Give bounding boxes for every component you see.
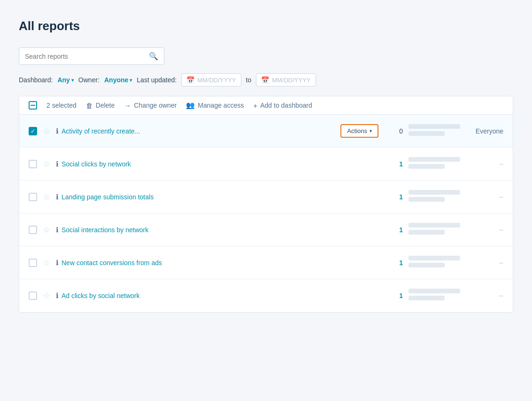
to-label: to bbox=[246, 76, 252, 84]
access-label-6: -- bbox=[466, 292, 503, 299]
row-checkbox-6[interactable] bbox=[29, 291, 37, 300]
owner-filter-value: Anyone bbox=[104, 76, 128, 84]
actions-button[interactable]: Actions ▾ bbox=[340, 124, 378, 138]
owner-chevron-icon: ▾ bbox=[130, 78, 132, 83]
dashboard-count-6: 1 bbox=[384, 292, 403, 299]
owner-avatar-3 bbox=[409, 190, 460, 204]
dashboard-count-2: 1 bbox=[384, 160, 403, 168]
info-icon-4: ℹ bbox=[56, 226, 59, 234]
access-label-5: -- bbox=[466, 259, 503, 267]
info-icon-3: ℹ bbox=[56, 193, 59, 201]
row-checkbox-5[interactable] bbox=[29, 259, 37, 267]
row-info-1: ℹ Activity of recently create... bbox=[56, 127, 335, 135]
table-row: ☆ ℹ Activity of recently create... Actio… bbox=[19, 115, 513, 148]
date-from-placeholder: MM/DD/YYYY bbox=[197, 77, 236, 84]
actions-label: Actions bbox=[347, 127, 367, 134]
actions-chevron-icon: ▾ bbox=[370, 128, 372, 134]
selected-count: 2 selected bbox=[46, 102, 77, 109]
page-title: All reports bbox=[19, 19, 513, 33]
access-label-4: -- bbox=[466, 226, 503, 234]
star-icon-3[interactable]: ☆ bbox=[43, 192, 50, 202]
date-to-placeholder: MM/DD/YYYY bbox=[272, 77, 310, 84]
dashboard-count-1: 0 bbox=[384, 127, 403, 135]
star-icon-4[interactable]: ☆ bbox=[43, 225, 50, 235]
report-name-6[interactable]: Ad clicks by social network bbox=[62, 292, 140, 299]
report-name-5[interactable]: New contact conversions from ads bbox=[62, 259, 162, 267]
search-box: 🔍 bbox=[19, 47, 164, 65]
info-icon-2: ℹ bbox=[56, 160, 59, 168]
table-row: ☆ ℹ New contact conversions from ads 1 -… bbox=[19, 246, 513, 279]
star-icon-2[interactable]: ☆ bbox=[43, 159, 50, 169]
report-name-4[interactable]: Social interactions by network bbox=[62, 226, 148, 234]
star-icon-1[interactable]: ☆ bbox=[43, 126, 50, 136]
access-label-3: -- bbox=[466, 193, 503, 201]
table-row: ☆ ℹ Social clicks by network 1 -- bbox=[19, 148, 513, 181]
owner-filter-dropdown[interactable]: Anyone ▾ bbox=[104, 76, 132, 84]
info-icon-5: ℹ bbox=[56, 259, 59, 267]
calendar-from-icon: 📅 bbox=[186, 76, 194, 84]
search-input[interactable] bbox=[25, 53, 145, 60]
star-icon-5[interactable]: ☆ bbox=[43, 258, 50, 268]
manage-access-icon: 👥 bbox=[186, 101, 195, 110]
delete-icon: 🗑 bbox=[86, 102, 93, 110]
date-to-input[interactable]: 📅 MM/DD/YYYY bbox=[256, 73, 316, 86]
date-from-input[interactable]: 📅 MM/DD/YYYY bbox=[181, 73, 241, 86]
dashboard-filter-label: Dashboard: bbox=[19, 76, 53, 84]
dashboard-filter-value: Any bbox=[57, 76, 69, 84]
report-name-3[interactable]: Landing page submission totals bbox=[62, 193, 154, 201]
info-icon-6: ℹ bbox=[56, 291, 59, 300]
table-row: ☆ ℹ Ad clicks by social network 1 -- bbox=[19, 279, 513, 312]
star-icon-6[interactable]: ☆ bbox=[43, 291, 50, 301]
bulk-action-bar: 2 selected 🗑 Delete → Change owner 👥 Man… bbox=[19, 96, 513, 115]
row-checkbox-4[interactable] bbox=[29, 226, 37, 234]
row-info-2: ℹ Social clicks by network bbox=[56, 160, 378, 168]
row-info-3: ℹ Landing page submission totals bbox=[56, 193, 378, 201]
search-icon: 🔍 bbox=[149, 52, 158, 61]
add-icon: + bbox=[253, 102, 257, 110]
delete-button[interactable]: 🗑 Delete bbox=[86, 102, 115, 110]
report-name-2[interactable]: Social clicks by network bbox=[62, 160, 131, 168]
owner-filter-label: Owner: bbox=[78, 76, 100, 84]
dashboard-chevron-icon: ▾ bbox=[71, 78, 74, 83]
dashboard-count-4: 1 bbox=[384, 226, 403, 234]
owner-avatar-5 bbox=[409, 256, 460, 270]
owner-avatar-6 bbox=[409, 289, 460, 303]
row-info-4: ℹ Social interactions by network bbox=[56, 226, 378, 234]
add-to-dashboard-button[interactable]: + Add to dashboard bbox=[253, 102, 312, 110]
row-info-5: ℹ New contact conversions from ads bbox=[56, 259, 378, 267]
row-checkbox-1[interactable] bbox=[29, 127, 37, 135]
filters-row: Dashboard: Any ▾ Owner: Anyone ▾ Last up… bbox=[19, 73, 513, 86]
owner-avatar-1 bbox=[409, 124, 460, 138]
info-icon-1: ℹ bbox=[56, 127, 59, 135]
access-label-1: Everyone bbox=[466, 127, 503, 135]
access-label-2: -- bbox=[466, 160, 503, 168]
row-checkbox-2[interactable] bbox=[29, 160, 37, 168]
row-checkbox-3[interactable] bbox=[29, 193, 37, 201]
change-owner-button[interactable]: → Change owner bbox=[124, 102, 177, 110]
table-row: ☆ ℹ Landing page submission totals 1 -- bbox=[19, 181, 513, 213]
owner-avatar-4 bbox=[409, 223, 460, 237]
last-updated-label: Last updated: bbox=[137, 76, 177, 84]
dashboard-count-5: 1 bbox=[384, 259, 403, 267]
table-row: ☆ ℹ Social interactions by network 1 -- bbox=[19, 213, 513, 246]
change-owner-icon: → bbox=[124, 102, 131, 110]
owner-avatar-2 bbox=[409, 157, 460, 171]
dashboard-count-3: 1 bbox=[384, 193, 403, 201]
manage-access-button[interactable]: 👥 Manage access bbox=[186, 101, 244, 110]
dashboard-filter-dropdown[interactable]: Any ▾ bbox=[57, 76, 73, 84]
reports-table: 2 selected 🗑 Delete → Change owner 👥 Man… bbox=[19, 96, 513, 313]
calendar-to-icon: 📅 bbox=[261, 76, 269, 84]
row-info-6: ℹ Ad clicks by social network bbox=[56, 291, 378, 300]
bulk-select-checkbox[interactable] bbox=[29, 101, 37, 110]
report-name-1[interactable]: Activity of recently create... bbox=[62, 127, 140, 135]
